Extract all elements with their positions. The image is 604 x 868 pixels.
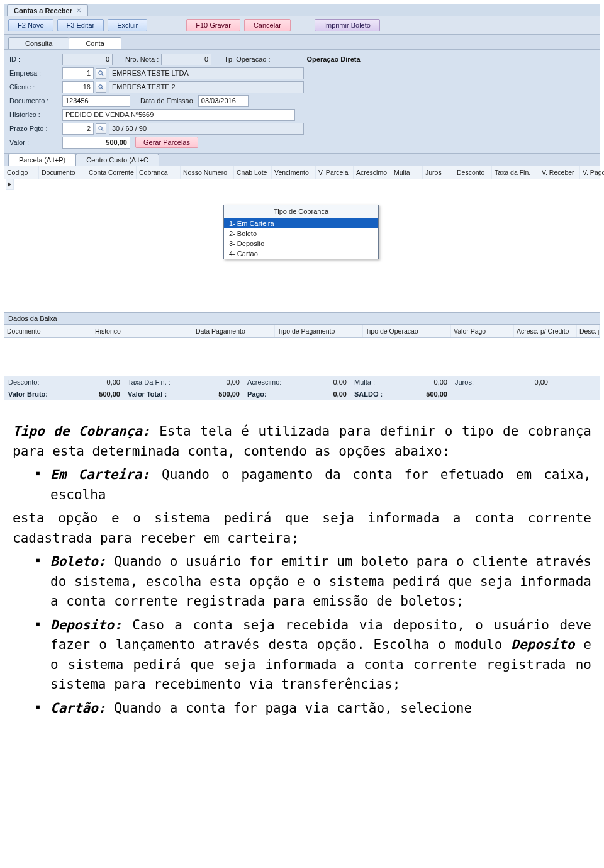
col-documento[interactable]: Documento (39, 166, 86, 179)
col-v-pago[interactable]: V. Pago (580, 166, 604, 179)
row-indicator-icon (6, 179, 14, 190)
lookup-icon[interactable] (96, 123, 106, 134)
window-tab-label: Contas a Receber (14, 7, 72, 14)
label-cartao: Cartão: (50, 701, 106, 716)
text-boleto: Quando o usuário for emitir um boleto pa… (50, 554, 591, 609)
col-taxa-fin[interactable]: Taxa da Fin. (492, 166, 539, 179)
parcelas-grid-body[interactable]: Tipo de Cobranca 1- Em Carteira 2- Bolet… (4, 179, 600, 312)
novo-button[interactable]: F2 Novo (8, 19, 53, 31)
svg-line-5 (101, 129, 103, 131)
editar-button[interactable]: F3 Editar (57, 19, 104, 31)
desconto-label: Desconto: (8, 378, 77, 386)
empresa-nome-field: EMPRESA TESTE LTDA (109, 67, 304, 79)
juros-label: Juros: (455, 378, 505, 386)
historico-field[interactable]: PEDIDO DE VENDA Nº5669 (62, 109, 295, 121)
col-nosso-numero[interactable]: Nosso Numero (181, 166, 234, 179)
historico-label: Historico : (9, 111, 60, 118)
dados-baixa-label: Dados da Baixa (4, 312, 600, 325)
multa-value: 0,00 (405, 378, 455, 386)
prazo-label: Prazo Pgto : (9, 125, 60, 132)
gravar-button[interactable]: F10 Gravar (186, 19, 240, 31)
dropdown-option-deposito[interactable]: 3- Deposito (224, 239, 378, 249)
list-item: Em Carteira: Quando o pagamento da conta… (50, 465, 591, 505)
saldo-value: 500,00 (405, 390, 455, 398)
desconto-value: 0,00 (77, 378, 128, 386)
data-emissao-label: Data de Emissao (140, 97, 193, 104)
col-juros[interactable]: Juros (423, 166, 454, 179)
lookup-icon[interactable] (96, 82, 106, 93)
juros-value: 0,00 (505, 378, 556, 386)
baixa-grid-body[interactable] (4, 338, 600, 376)
tipo-cobranca-dropdown[interactable]: Tipo de Cobranca 1- Em Carteira 2- Bolet… (223, 205, 379, 259)
col-acresc-credito[interactable]: Acresc. p/ Credito (514, 325, 577, 337)
dropdown-title: Tipo de Cobranca (224, 205, 378, 218)
tab-conta[interactable]: Conta (69, 37, 121, 49)
tab-consulta[interactable]: Consulta (8, 37, 69, 49)
col-cnab-lote[interactable]: Cnab Lote (234, 166, 272, 179)
dropdown-option-cartao[interactable]: 4- Cartao (224, 249, 378, 259)
svg-line-3 (101, 87, 103, 89)
pago-value: 0,00 (304, 390, 354, 398)
col-conta-corrente[interactable]: Conta Corrente (86, 166, 137, 179)
tp-operacao-value: Operação Direta (307, 55, 361, 63)
nro-nota-field: 0 (161, 54, 211, 65)
col-desconto[interactable]: Desconto (454, 166, 492, 179)
valor-total-label: Valor Total : (128, 390, 197, 398)
col-tipo-operacao[interactable]: Tipo de Operacao (363, 325, 451, 337)
col-v-receber[interactable]: V. Receber (539, 166, 580, 179)
col-codigo[interactable]: Codigo (4, 166, 39, 179)
multa-label: Multa : (354, 378, 405, 386)
imprimir-boleto-button[interactable]: Imprimir Boleto (315, 19, 380, 31)
valor-bruto-value: 500,00 (77, 390, 128, 398)
dropdown-option-em-carteira[interactable]: 1- Em Carteira (224, 218, 378, 228)
valor-field[interactable]: 500,00 (62, 137, 130, 149)
col-desc-credito[interactable]: Desc. p/ Credito (577, 325, 600, 337)
id-label: ID : (9, 55, 60, 63)
list-item: Deposito: Caso a conta seja recebida via… (50, 616, 591, 695)
cliente-id-field[interactable]: 16 (62, 81, 94, 93)
prazo-desc-field: 30 / 60 / 90 (109, 123, 304, 135)
dropdown-option-boleto[interactable]: 2- Boleto (224, 228, 378, 239)
lookup-icon[interactable] (96, 68, 106, 79)
text-deposito-a: Caso a conta seja recebida via deposito,… (50, 617, 591, 653)
label-boleto: Boleto: (50, 554, 106, 569)
col-cobranca[interactable]: Cobranca (137, 166, 181, 179)
label-deposito: Deposito: (50, 617, 122, 633)
col-tipo-pagamento[interactable]: Tipo de Pagamento (275, 325, 363, 337)
gerar-parcelas-button[interactable]: Gerar Parcelas (135, 137, 198, 148)
col-v-parcela[interactable]: V. Parcela (316, 166, 354, 179)
col-acrescimo[interactable]: Acrescimo (354, 166, 391, 179)
taxa-label: Taxa Da Fin. : (128, 378, 197, 386)
taxa-value: 0,00 (197, 378, 247, 386)
saldo-label: SALDO : (354, 390, 405, 398)
valor-bruto-label: Valor Bruto: (8, 390, 77, 398)
tab-parcela[interactable]: Parcela (Alt+P) (8, 154, 76, 166)
empresa-id-field[interactable]: 1 (62, 67, 94, 79)
cancelar-button[interactable]: Cancelar (244, 19, 291, 31)
parcelas-grid: Codigo Documento Conta Corrente Cobranca… (4, 166, 600, 312)
tab-centro-custo[interactable]: Centro Custo (Alt+C (76, 154, 159, 166)
app-window: Contas a Receber ✕ F2 Novo F3 Editar Exc… (4, 4, 600, 400)
col-documento[interactable]: Documento (4, 325, 92, 337)
col-historico[interactable]: Historico (92, 325, 193, 337)
data-emissao-field[interactable]: 03/03/2016 (198, 95, 249, 107)
col-data-pagamento[interactable]: Data Pagamento (193, 325, 275, 337)
text-em-carteira-cont: esta opção e o sistema pedirá que seja i… (13, 509, 591, 548)
col-multa[interactable]: Multa (391, 166, 423, 179)
tp-operacao-label: Tp. Operacao : (224, 55, 270, 63)
documento-field[interactable]: 123456 (62, 95, 130, 107)
close-icon[interactable]: ✕ (76, 8, 81, 14)
heading-tipo-cobranca: Tipo de Cobrança: (13, 424, 150, 439)
list-item: Boleto: Quando o usuário for emitir um b… (50, 552, 591, 612)
window-tab-contas-a-receber[interactable]: Contas a Receber ✕ (7, 4, 88, 16)
svg-line-1 (101, 74, 103, 76)
text-cartao: Quando a conta for paga via cartão, sele… (106, 701, 473, 716)
col-vencimento[interactable]: Vencimento (272, 166, 316, 179)
valor-total-value: 500,00 (197, 390, 247, 398)
col-valor-pago[interactable]: Valor Pago (451, 325, 514, 337)
excluir-button[interactable]: Excluir (108, 19, 147, 31)
prazo-id-field[interactable]: 2 (62, 123, 94, 135)
acrescimo-label: Acrescimo: (247, 378, 304, 386)
nro-nota-label: Nro. Nota : (125, 55, 159, 63)
baixa-grid-header: Documento Historico Data Pagamento Tipo … (4, 325, 600, 338)
